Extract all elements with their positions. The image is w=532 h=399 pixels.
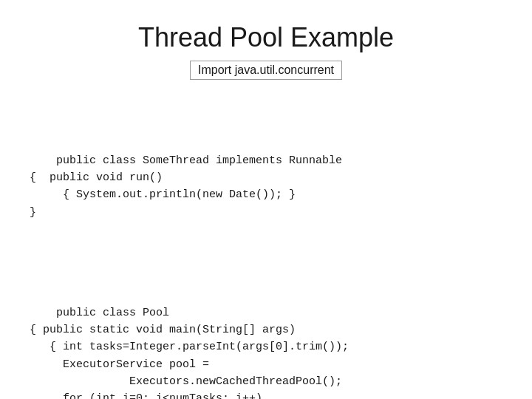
code-line-1-2: { public void run() [30, 171, 163, 184]
page-title: Thread Pool Example [138, 22, 394, 53]
code-line-1-1: public class SomeThread implements Runna… [56, 154, 342, 167]
code-line-2-2: { public static void main(String[] args) [30, 324, 296, 336]
subtitle-box: Import java.util.concurrent [190, 61, 342, 80]
code-line-1-3: { System.out.println(new Date()); } [30, 188, 296, 201]
code-line-2-6: for (int i=0; i<numTasks; i++) [30, 392, 262, 399]
code-line-2-4: ExecutorService pool = [30, 358, 209, 371]
code-line-2-5: Executors.newCachedThreadPool(); [30, 375, 342, 388]
code-section-1: public class SomeThread implements Runna… [30, 135, 502, 239]
code-line-2-1: public class Pool [56, 307, 169, 319]
code-area: public class SomeThread implements Runna… [30, 100, 502, 399]
code-section-2: public class Pool { public static void m… [30, 287, 502, 400]
code-line-2-3: { int tasks=Integer.parseInt(args[0].tri… [30, 341, 349, 353]
code-line-1-4: } [30, 206, 36, 219]
